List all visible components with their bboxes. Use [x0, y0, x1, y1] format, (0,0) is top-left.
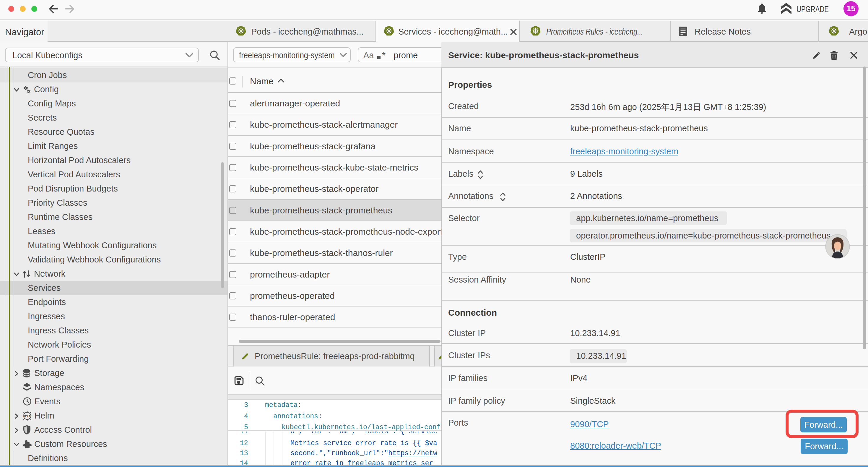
svg-text:HELM: HELM	[23, 414, 31, 418]
